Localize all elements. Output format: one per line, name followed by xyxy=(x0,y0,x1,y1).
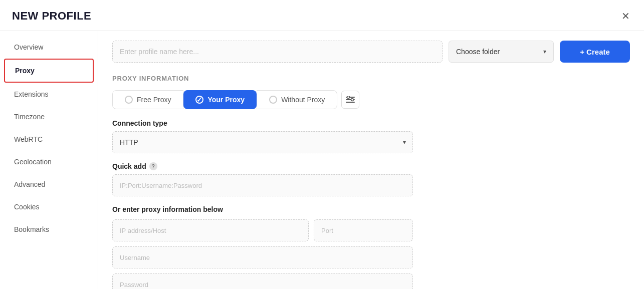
ip-host-input[interactable] xyxy=(112,219,309,241)
sidebar-item-overview[interactable]: Overview xyxy=(4,36,94,58)
proxy-settings-button[interactable] xyxy=(341,91,359,109)
folder-select-label: Choose folder xyxy=(456,48,500,56)
tab-without-proxy[interactable]: Without Proxy xyxy=(257,90,337,109)
connection-type-wrapper: HTTP HTTPS SOCKS4 SOCKS5 ▾ xyxy=(112,131,413,153)
quick-add-label: Quick add ? xyxy=(112,162,630,170)
radio-free-proxy xyxy=(125,96,133,104)
main-content: Choose folder ▾ + Create PROXY INFORMATI… xyxy=(98,31,644,289)
tab-your-proxy[interactable]: ✓ Your Proxy xyxy=(183,90,257,109)
modal-header: NEW PROFILE ✕ xyxy=(0,0,644,31)
top-bar: Choose folder ▾ + Create xyxy=(112,41,630,63)
sidebar: Overview Proxy Extensions Timezone WebRT… xyxy=(0,31,98,289)
or-proxy-label: Or enter proxy information below xyxy=(112,205,630,213)
sidebar-item-cookies[interactable]: Cookies xyxy=(4,196,94,218)
sidebar-item-geolocation[interactable]: Geolocation xyxy=(4,151,94,173)
svg-rect-2 xyxy=(346,102,355,103)
chevron-down-icon: ▾ xyxy=(543,48,546,55)
sidebar-item-proxy[interactable]: Proxy xyxy=(4,59,94,83)
help-icon[interactable]: ? xyxy=(149,162,157,170)
svg-point-3 xyxy=(347,96,350,99)
proxy-section-title: PROXY INFORMATION xyxy=(112,75,630,82)
sidebar-item-bookmarks[interactable]: Bookmarks xyxy=(4,218,94,240)
sidebar-item-webrtc[interactable]: WebRTC xyxy=(4,128,94,150)
sidebar-item-timezone[interactable]: Timezone xyxy=(4,106,94,128)
profile-name-input[interactable] xyxy=(112,41,443,63)
create-button[interactable]: + Create xyxy=(560,41,630,63)
proxy-section: PROXY INFORMATION Free Proxy ✓ Your Prox… xyxy=(112,75,630,289)
port-input[interactable] xyxy=(314,219,413,241)
tab-free-proxy-label: Free Proxy xyxy=(137,96,171,104)
radio-without-proxy xyxy=(269,96,277,104)
radio-your-proxy: ✓ xyxy=(195,96,203,104)
quick-add-input[interactable] xyxy=(112,174,413,196)
proxy-tabs: Free Proxy ✓ Your Proxy Without Proxy xyxy=(112,90,630,109)
tab-free-proxy[interactable]: Free Proxy xyxy=(112,90,183,109)
svg-point-4 xyxy=(351,99,354,101)
sidebar-item-advanced[interactable]: Advanced xyxy=(4,173,94,195)
sidebar-item-extensions[interactable]: Extensions xyxy=(4,83,94,105)
close-button[interactable]: ✕ xyxy=(619,9,632,23)
connection-type-label: Connection type xyxy=(112,119,630,127)
settings-icon xyxy=(346,96,355,103)
modal: NEW PROFILE ✕ Overview Proxy Extensions … xyxy=(0,0,644,289)
folder-select[interactable]: Choose folder ▾ xyxy=(449,41,554,63)
connection-type-select[interactable]: HTTP HTTPS SOCKS4 SOCKS5 xyxy=(112,131,413,153)
modal-body: Overview Proxy Extensions Timezone WebRT… xyxy=(0,31,644,289)
ip-port-row xyxy=(112,219,413,241)
tab-without-proxy-label: Without Proxy xyxy=(281,96,325,104)
password-input[interactable] xyxy=(112,273,413,289)
username-input[interactable] xyxy=(112,246,413,268)
tab-your-proxy-label: Your Proxy xyxy=(207,96,245,104)
check-icon: ✓ xyxy=(196,96,202,104)
modal-title: NEW PROFILE xyxy=(12,10,91,23)
